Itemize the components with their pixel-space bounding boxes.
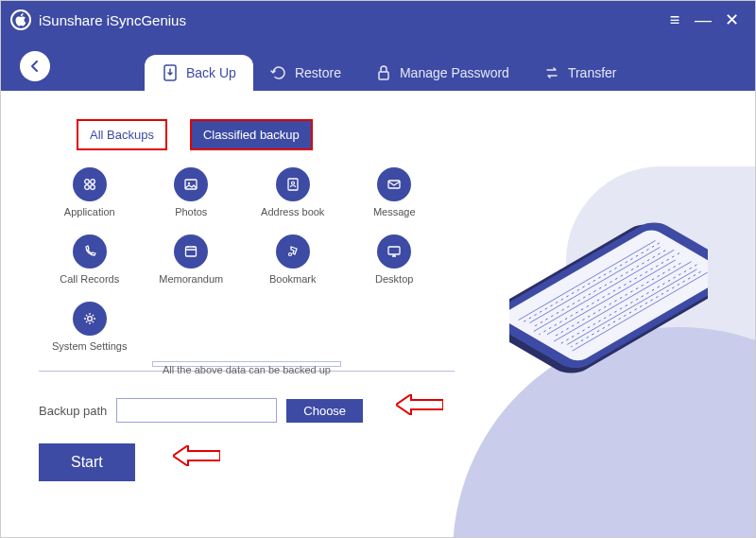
nav-bar: Back Up Restore Manage Password Transfer xyxy=(1,39,755,91)
minimize-icon[interactable]: — xyxy=(689,10,717,30)
contacts-icon xyxy=(276,167,310,201)
category-bookmark[interactable]: Bookmark xyxy=(242,234,344,285)
menu-icon[interactable]: ≡ xyxy=(661,10,689,30)
category-label: Memorandum xyxy=(159,273,223,285)
svg-rect-1 xyxy=(379,72,388,79)
category-label: System Settings xyxy=(52,340,127,352)
svg-point-9 xyxy=(291,182,294,184)
category-system-settings[interactable]: System Settings xyxy=(39,302,141,352)
svg-rect-6 xyxy=(185,180,197,189)
svg-point-12 xyxy=(288,253,291,256)
desktop-icon xyxy=(377,234,411,269)
category-label: Photos xyxy=(175,206,207,217)
subtab-all-backups[interactable]: All Backups xyxy=(77,119,167,150)
tab-manage-password-label: Manage Password xyxy=(400,65,509,80)
tab-backup-label: Back Up xyxy=(186,65,236,80)
apps-icon xyxy=(73,167,107,201)
category-label: Bookmark xyxy=(269,273,317,285)
svg-point-14 xyxy=(87,317,92,321)
tab-manage-password[interactable]: Manage Password xyxy=(358,55,526,91)
app-logo-icon xyxy=(10,9,31,30)
photos-icon xyxy=(174,167,208,201)
svg-point-4 xyxy=(84,185,89,190)
lock-icon xyxy=(375,64,392,81)
subtab-classified-backup[interactable]: Classified backup xyxy=(190,119,313,150)
title-bar: iSunshare iSyncGenius ≡ — ✕ xyxy=(1,1,755,39)
category-label: Call Records xyxy=(60,273,119,285)
start-button[interactable]: Start xyxy=(39,443,135,481)
tab-transfer[interactable]: Transfer xyxy=(526,55,634,91)
svg-point-2 xyxy=(84,180,89,184)
tab-restore[interactable]: Restore xyxy=(253,55,358,91)
svg-point-3 xyxy=(90,180,94,184)
tab-transfer-label: Transfer xyxy=(568,65,617,80)
category-desktop[interactable]: Desktop xyxy=(344,234,446,285)
category-application[interactable]: Application xyxy=(39,167,141,217)
category-photos[interactable]: Photos xyxy=(141,167,243,217)
tab-backup[interactable]: Back Up xyxy=(145,55,253,91)
category-message[interactable]: Message xyxy=(344,167,446,217)
divider: All the above data can be backed up xyxy=(39,371,455,372)
main-area: All Backups Classified backup Applicatio… xyxy=(1,91,755,538)
backup-path-row: Backup path Choose xyxy=(39,398,717,423)
backup-icon xyxy=(162,64,179,81)
svg-rect-13 xyxy=(388,247,400,254)
svg-rect-10 xyxy=(388,181,400,188)
svg-point-7 xyxy=(188,182,190,184)
bookmark-icon xyxy=(276,234,310,269)
category-label: Application xyxy=(64,206,115,217)
gear-icon xyxy=(73,302,107,336)
category-label: Desktop xyxy=(375,273,413,285)
svg-rect-11 xyxy=(186,247,197,256)
category-grid: Application Photos Address book Message … xyxy=(39,167,445,352)
category-label: Message xyxy=(373,206,416,217)
category-memorandum[interactable]: Memorandum xyxy=(141,234,243,285)
tab-restore-label: Restore xyxy=(295,65,341,80)
backup-path-label: Backup path xyxy=(39,404,107,418)
phone-icon xyxy=(73,234,107,269)
category-call-records[interactable]: Call Records xyxy=(39,234,141,285)
divider-note: All the above data can be backed up xyxy=(152,361,341,367)
restore-icon xyxy=(270,64,287,81)
calendar-icon xyxy=(174,234,208,269)
subtabs: All Backups Classified backup xyxy=(77,119,717,150)
close-icon[interactable]: ✕ xyxy=(717,9,746,30)
category-label: Address book xyxy=(261,206,324,217)
category-address-book[interactable]: Address book xyxy=(242,167,344,217)
backup-path-input[interactable] xyxy=(116,398,277,423)
svg-point-5 xyxy=(90,185,94,190)
back-button[interactable] xyxy=(20,51,50,81)
message-icon xyxy=(377,167,411,201)
app-title: iSunshare iSyncGenius xyxy=(39,12,186,28)
transfer-icon xyxy=(543,64,560,81)
choose-button[interactable]: Choose xyxy=(286,399,363,423)
